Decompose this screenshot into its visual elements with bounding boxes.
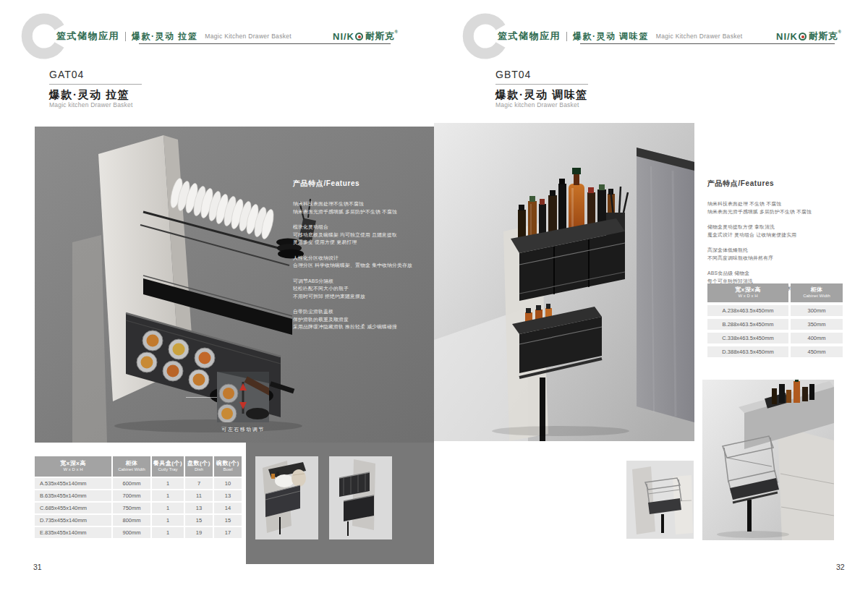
table-cell: 7 xyxy=(185,478,213,489)
brand-name-cn: 耐斯克 xyxy=(809,30,838,43)
features-right: 产品特点/Features 纳米科技表面处理 不生锈 不腐蚀 纳米表面光滑手感细… xyxy=(707,179,846,301)
page-number-left: 31 xyxy=(33,563,42,571)
table-cell: 600mm xyxy=(113,478,150,489)
feature-paragraph: 可调节ABS分隔板 轻松匹配不同大小的瓶子 不用时可拆卸 拒绝约束随意摆放 xyxy=(293,278,432,301)
series-label: 爆款·灵动 拉篮 xyxy=(132,30,197,43)
registered-mark: ® xyxy=(395,30,398,34)
table-cell: B.288x463.5x450mm xyxy=(707,319,788,330)
table-cell: 300mm xyxy=(791,305,843,316)
header-rule xyxy=(580,43,835,44)
feature-paragraph: 纳米科技表面处理不生锈不腐蚀 纳米表面光滑手感细腻 多层防护不生锈 不腐蚀 xyxy=(293,200,432,216)
table-cell: 17 xyxy=(214,527,242,538)
brand-logo: NI/K 耐斯克 ® xyxy=(333,30,398,43)
series-label-en: Magic Kitchen Drawer Basket xyxy=(656,33,743,40)
category-label: 篮式储物应用 xyxy=(498,30,561,43)
table-cell: 800mm xyxy=(113,515,150,526)
header-right: 篮式储物应用 爆款·灵动 调味篮 Magic Kitchen Drawer Ba… xyxy=(498,30,742,43)
registered-mark: ® xyxy=(838,30,841,34)
table-cell: A.535x455x140mm xyxy=(35,478,111,489)
brand-mark: NI/K xyxy=(776,31,798,42)
table-cell: 1 xyxy=(152,515,184,526)
header-left: 篮式储物应用 爆款·灵动 拉篮 Magic Kitchen Drawer Bas… xyxy=(56,30,292,43)
table-cell: 14 xyxy=(214,503,242,513)
features-heading: 产品特点/Features xyxy=(707,179,846,189)
table-cell: C.338x463.5x450mm xyxy=(707,333,788,344)
spec-table-right: 宽x深x高W x D x H 柜体Cabinet Width A.238x463… xyxy=(707,283,843,357)
table-cell: 1 xyxy=(152,527,184,538)
table-cell: 10 xyxy=(214,478,242,489)
spec-table-left: 宽x深x高W x D x H 柜体Cabinet Width 餐具盒(个)Cut… xyxy=(35,456,242,538)
product-subtitle: Magic kitchen Drawer Basket xyxy=(495,101,579,108)
product-title: 爆款·灵动 调味篮 xyxy=(495,88,588,102)
table-cell: C.685x455x140mm xyxy=(35,503,111,513)
table-cell: A.238x463.5x450mm xyxy=(707,305,788,316)
brand-name-cn: 耐斯克 xyxy=(365,30,395,43)
table-cell: 15 xyxy=(214,515,242,526)
page-number-right: 32 xyxy=(836,563,845,571)
table-cell: 700mm xyxy=(113,490,150,501)
table-cell: 13 xyxy=(185,503,213,513)
table-cell: D.735x455x140mm xyxy=(35,515,111,526)
features-heading: 产品特点/Features xyxy=(293,179,432,189)
product-title: 爆款·灵动 拉篮 xyxy=(49,88,129,102)
product-subtitle: Magic kitchen Drawer Basket xyxy=(49,101,132,108)
category-label: 篮式储物应用 xyxy=(56,30,119,43)
catalog-spread: 篮式储物应用 爆款·灵动 拉篮 Magic Kitchen Drawer Bas… xyxy=(0,0,868,593)
thumb-photo-basket-loaded xyxy=(255,456,318,539)
table-cell: D.388x463.5x450mm xyxy=(707,346,788,357)
feature-paragraph: 模块化灵动组合 可移动底板及碗碟架 均可独立使用 且随意提取 灵活多变 使用方便… xyxy=(293,223,432,247)
table-header-cell: 碗数(个)Bowl xyxy=(214,456,242,477)
table-header-cell: 餐具盒(个)Cutly Tray xyxy=(152,456,184,477)
brand-o-icon xyxy=(355,33,363,40)
table-header-cell: 柜体Cabinet Width xyxy=(791,283,843,302)
table-header-cell: 宽x深x高W x D x H xyxy=(707,283,788,302)
table-cell: 13 xyxy=(214,490,242,501)
inset-leader-line xyxy=(186,397,217,398)
table-cell: 1 xyxy=(152,490,184,501)
table-cell: E.835x455x140mm xyxy=(35,527,111,538)
photo-countertop-basket xyxy=(702,380,834,540)
header-rule xyxy=(139,43,391,44)
table-cell: 1 xyxy=(152,503,184,513)
table-cell: 450mm xyxy=(791,346,843,357)
brand-mark: NI/K xyxy=(333,31,354,42)
table-header-cell: 宽x深x高W x D x H xyxy=(35,456,111,477)
table-header-cell: 盘数(个)Dish xyxy=(185,456,213,477)
header-divider xyxy=(566,32,567,41)
feature-paragraph: 自带防尘滑轨盖板 保护滑轨的载重及顺滑度 采用品牌缓冲隐藏滑轨 推拉轻柔 减少碗… xyxy=(293,308,432,331)
table-cell: 400mm xyxy=(791,333,843,344)
features-left: 产品特点/Features 纳米科技表面处理不生锈不腐蚀 纳米表面光滑手感细腻 … xyxy=(293,179,432,339)
brand-o-icon xyxy=(799,33,807,40)
feature-paragraph: 纳米科技表面处理 不生锈 不腐蚀 纳米表面光滑手感细腻 多层防护不生锈 不腐蚀 xyxy=(707,200,846,216)
brand-logo: NI/K 耐斯克 ® xyxy=(776,30,841,43)
inset-detail-photo xyxy=(217,372,269,422)
table-cell: B.635x455x140mm xyxy=(35,490,111,501)
table-cell: 11 xyxy=(185,490,213,501)
table-cell: 750mm xyxy=(113,503,150,513)
table-header-cell: 柜体Cabinet Width xyxy=(113,456,150,477)
series-label-en: Magic Kitchen Drawer Basket xyxy=(205,33,292,40)
main-photo-spice-basket xyxy=(434,123,694,441)
thumb-photo-basket-open xyxy=(329,456,392,539)
product-code: GAT04 xyxy=(49,69,84,80)
code-underline xyxy=(49,84,142,85)
table-cell: 1 xyxy=(152,478,184,489)
table-cell: 900mm xyxy=(113,527,150,538)
feature-paragraph: 高深盒体低矮瓶托 不同高度调味瓶收纳井然有序 xyxy=(707,247,846,262)
code-underline xyxy=(495,84,588,85)
inset-caption: 可左右移动调节 xyxy=(211,426,275,433)
feature-paragraph: 人性化分区收纳设计 合理分区 科学收纳碗碟架、置物盒 集中收纳分类存放 xyxy=(293,255,432,270)
table-cell: 350mm xyxy=(791,319,843,330)
header-divider xyxy=(125,32,126,41)
feature-paragraph: 储物盒灵动提取方便 拿取清洗 魔盒式设计 灵动组合 让收纳更便捷实用 xyxy=(707,223,846,239)
thumb-photo-wire-basket xyxy=(626,461,694,539)
table-cell: 19 xyxy=(185,527,213,538)
product-code: GBT04 xyxy=(495,69,531,80)
table-cell: 15 xyxy=(185,515,213,526)
series-label: 爆款·灵动 调味篮 xyxy=(573,30,649,43)
